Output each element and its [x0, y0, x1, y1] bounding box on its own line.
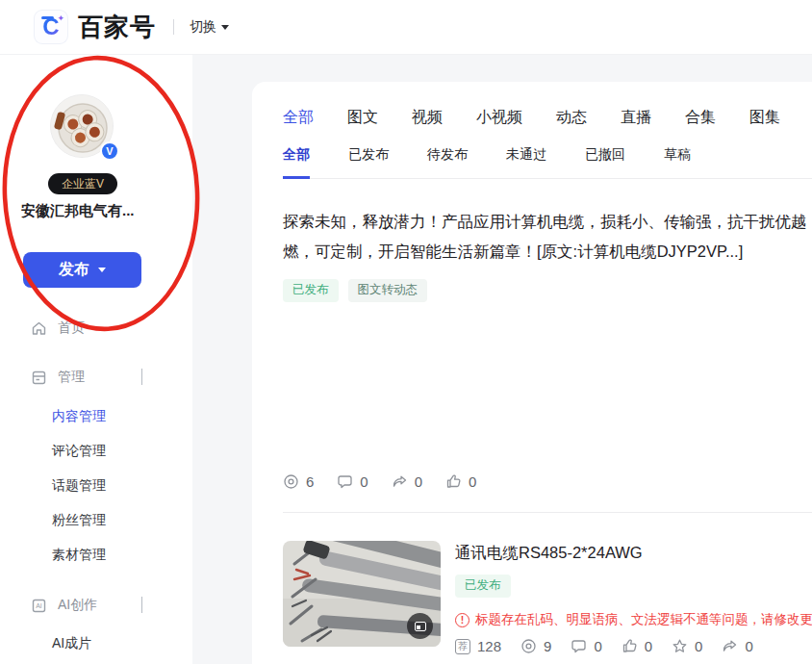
sidebar-menu: 首页 管理 内容管理 评论管理 话题管理 粉丝管理	[0, 311, 192, 661]
quality-warning: ! 标题存在乱码、明显语病、文法逻辑不通等问题，请修改更	[455, 611, 812, 628]
share-icon	[722, 638, 738, 654]
account-name[interactable]: 安徽汇邦电气有...	[21, 202, 175, 220]
submenu-label: 话题管理	[52, 477, 106, 495]
sidebar: V 企业蓝V 安徽汇邦电气有... 发布 首页 管理	[0, 55, 192, 664]
content-list-item: 探索未知，释放潜力！产品应用计算机电缆，损耗小、传输强，抗干扰优越，适 燃，可定…	[283, 207, 812, 490]
stat-value: 9	[544, 638, 551, 654]
tab-live[interactable]: 直播	[621, 108, 651, 128]
submenu-label: 粉丝管理	[52, 512, 106, 529]
stat-comments: 0	[337, 473, 368, 490]
tab-article[interactable]: 图文	[347, 108, 378, 128]
stat-value: 6	[306, 473, 314, 490]
baijiahao-logo-icon[interactable]: C ✦	[34, 10, 68, 44]
like-icon	[445, 473, 462, 490]
views-icon	[283, 473, 299, 490]
stat-value: 0	[695, 638, 702, 654]
sidebar-item-ai-create[interactable]: AI AI创作	[0, 588, 192, 623]
content-type-tabs: 全部 图文 视频 小视频 动态 直播 合集 图集	[283, 108, 812, 128]
views-icon	[520, 638, 537, 654]
share-icon	[392, 473, 408, 490]
stat-value: 0	[360, 473, 368, 490]
publish-button[interactable]: 发布	[23, 252, 141, 288]
account-avatar[interactable]: V	[50, 94, 114, 158]
sidebar-item-label: 管理	[58, 369, 85, 386]
logo-bar	[41, 16, 54, 19]
item-thumbnail[interactable]	[283, 541, 441, 647]
star-icon	[672, 638, 688, 654]
subtab-withdrawn[interactable]: 已撤回	[585, 146, 625, 178]
submenu-label: 评论管理	[52, 443, 106, 460]
sidebar-item-manage[interactable]: 管理	[0, 360, 192, 395]
item-stats: 6 0 0	[283, 473, 812, 490]
subtab-all[interactable]: 全部	[283, 146, 310, 179]
enterprise-badge: 企业蓝V	[48, 173, 117, 194]
status-badge-converted: 图文转动态	[348, 279, 428, 302]
ai-icon: AI	[31, 598, 47, 614]
status-filter-tabs: 全部 已发布 待发布 未通过 已撤回 草稿	[283, 146, 812, 179]
item-title[interactable]: 通讯电缆RS485-2*24AWG	[455, 543, 812, 564]
recommend-icon: 荐	[455, 639, 470, 654]
tab-dynamic[interactable]: 动态	[556, 108, 587, 128]
sidebar-item-content-manage[interactable]: 内容管理	[0, 399, 192, 434]
tab-gallery[interactable]: 图集	[749, 108, 780, 128]
item-text-line2: 燃，可定制，开启智能生活新篇章！[原文:计算机电缆DJYP2VP...]	[283, 237, 812, 267]
header-divider	[173, 19, 174, 35]
switch-label: 切换	[190, 18, 216, 36]
account-switch-button[interactable]: 切换	[190, 18, 229, 36]
stat-comments: 0	[571, 638, 601, 654]
page-background: V 企业蓝V 安徽汇邦电气有... 发布 首页 管理	[0, 55, 812, 664]
subtab-published[interactable]: 已发布	[348, 146, 389, 178]
top-header: C ✦ 百家号 切换	[0, 0, 812, 55]
comment-icon	[337, 473, 353, 490]
comment-icon	[571, 638, 587, 654]
tab-video[interactable]: 视频	[412, 108, 443, 128]
content-panel: 全部 图文 视频 小视频 动态 直播 合集 图集 全部 已发布 待发布 未通过 …	[252, 82, 812, 664]
subtab-pending[interactable]: 待发布	[427, 146, 468, 178]
sidebar-item-topic-manage[interactable]: 话题管理	[0, 469, 192, 503]
home-icon	[31, 320, 47, 337]
image-count-badge	[407, 613, 433, 639]
item-text[interactable]: 探索未知，释放潜力！产品应用计算机电缆，损耗小、传输强，抗干扰优越，适 燃，可定…	[283, 207, 812, 267]
content-list-item: 通讯电缆RS485-2*24AWG 已发布 ! 标题存在乱码、明显语病、文法逻辑…	[283, 541, 812, 654]
chevron-up-icon	[141, 369, 142, 385]
brand-title: 百家号	[78, 11, 156, 44]
submenu-label: 素材管理	[52, 547, 106, 564]
gallery-icon	[415, 622, 426, 631]
stat-views: 9	[520, 638, 551, 654]
publish-caret-icon	[98, 268, 106, 272]
publish-label: 发布	[59, 260, 89, 280]
warning-text: 标题存在乱码、明显语病、文法逻辑不通等问题，请修改更	[475, 611, 812, 628]
stat-likes: 0	[622, 638, 652, 654]
stat-value: 0	[745, 638, 752, 654]
sidebar-item-home[interactable]: 首页	[0, 311, 192, 345]
submenu-label: 内容管理	[52, 408, 106, 425]
stat-value: 0	[469, 473, 476, 490]
stat-value: 0	[415, 473, 422, 490]
warning-icon: !	[455, 613, 469, 627]
status-badge-published: 已发布	[455, 575, 511, 598]
like-icon	[622, 638, 638, 654]
stat-value: 128	[477, 638, 501, 654]
subtab-rejected[interactable]: 未通过	[506, 146, 546, 178]
stat-favorites: 0	[672, 638, 702, 654]
logo-sparkle-icon: ✦	[57, 13, 64, 23]
status-badge-published: 已发布	[283, 279, 339, 302]
sidebar-item-comment-manage[interactable]: 评论管理	[0, 434, 192, 469]
sidebar-item-ai-film[interactable]: AI成片	[0, 626, 192, 661]
stat-views: 6	[283, 473, 314, 490]
svg-text:AI: AI	[36, 602, 42, 609]
stat-recommends: 荐 128	[455, 638, 501, 654]
sidebar-item-fans-manage[interactable]: 粉丝管理	[0, 503, 192, 538]
chevron-down-icon	[221, 25, 229, 30]
tab-mini-video[interactable]: 小视频	[476, 108, 522, 128]
submenu-label: AI成片	[52, 635, 91, 652]
tab-collection[interactable]: 合集	[685, 108, 716, 128]
sidebar-item-label: 首页	[58, 319, 85, 337]
stat-value: 0	[645, 638, 652, 654]
stat-value: 0	[594, 638, 601, 654]
chevron-up-icon	[141, 597, 142, 613]
tab-all[interactable]: 全部	[283, 108, 314, 128]
sidebar-item-material-manage[interactable]: 素材管理	[0, 538, 192, 573]
sidebar-item-label: AI创作	[58, 597, 97, 614]
subtab-draft[interactable]: 草稿	[664, 146, 691, 178]
